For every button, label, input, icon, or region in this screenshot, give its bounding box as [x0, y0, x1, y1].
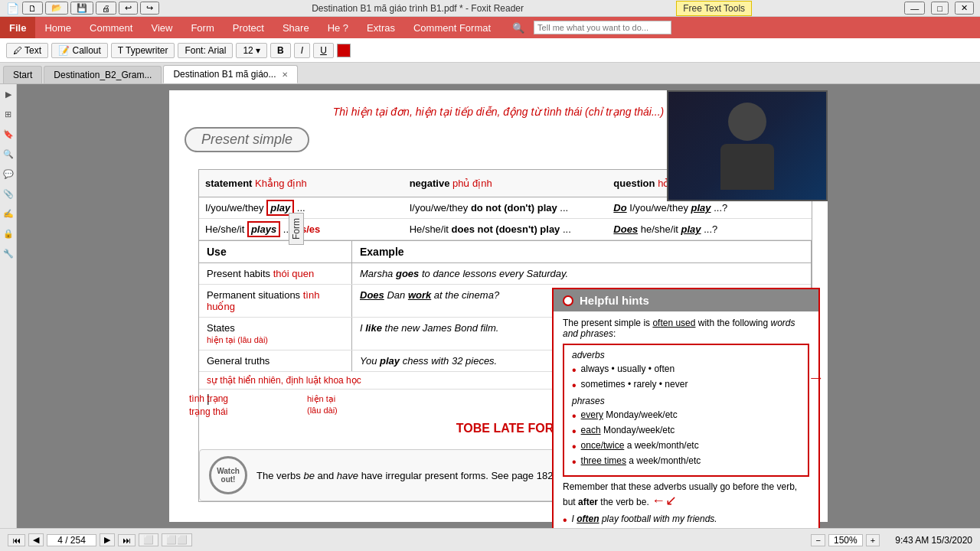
window-title: Destination B1 mã giáo trình B1.pdf * - … — [312, 3, 524, 14]
menu-extras[interactable]: Extras — [358, 17, 404, 38]
next-page-btn[interactable]: ▶ — [100, 533, 115, 546]
hints-remember: Remember that these adverbs usually go b… — [563, 481, 809, 509]
sidebar-tool-icon[interactable]: 🔧 — [2, 246, 15, 260]
states-annotation: hiện tại (lâu dài) — [207, 334, 344, 345]
left-sidebar: ▶ ⊞ 🔖 🔍 💬 📎 ✍ 🔒 🔧 — [0, 84, 17, 528]
use-cell-states: States hiện tại (lâu dài) — [199, 318, 352, 350]
pdf-area: Thì hiện tại đơn, hiện tại tiếp diễn, độ… — [17, 84, 980, 528]
ribbon-btn-3[interactable]: T Typewriter — [111, 43, 175, 58]
present-simple-box: Present simple — [185, 127, 309, 152]
zoom-input[interactable] — [828, 534, 863, 546]
page-number-input[interactable] — [47, 534, 96, 546]
states-viet-annotation: hiện tại(lâu dài) — [307, 393, 338, 417]
menu-home[interactable]: Home — [35, 17, 80, 38]
ribbon-btn-bold[interactable]: B — [270, 43, 291, 58]
phrase-item-1: • every Monday/week/etc — [572, 409, 800, 423]
header-statement: statement Khẳng định — [199, 174, 403, 192]
save-btn[interactable]: 💾 — [70, 2, 93, 15]
ribbon-btn-4[interactable]: Font: Arial — [178, 43, 233, 58]
ribbon-btn-5[interactable]: 12 ▾ — [236, 43, 267, 58]
menu-share[interactable]: Share — [273, 17, 318, 38]
close-btn[interactable]: ✕ — [955, 2, 974, 15]
phrase-item-4: • three times a week/month/etc — [572, 455, 800, 469]
use-cell-habits: Present habits thói quen — [199, 263, 352, 284]
menu-comment-format[interactable]: Comment Format — [404, 17, 500, 38]
tab-close-icon[interactable]: ✕ — [282, 70, 288, 79]
redo-btn[interactable]: ↪ — [140, 2, 159, 15]
app-icon: 📄 — [6, 2, 19, 15]
sidebar-sign-icon[interactable]: ✍ — [2, 207, 15, 220]
maximize-btn[interactable]: □ — [931, 2, 949, 15]
form-label: Form — [289, 213, 304, 245]
ribbon-btn-underline[interactable]: U — [313, 43, 334, 58]
example-cell-habits: Marsha goes to dance lessons every Satur… — [352, 263, 811, 284]
undo-btn[interactable]: ↩ — [119, 2, 138, 15]
minimize-btn[interactable]: — — [904, 2, 925, 15]
menu-file[interactable]: File — [0, 17, 35, 38]
ribbon-btn-2[interactable]: 📝 Callout — [51, 43, 108, 58]
watch-out-label: Watch out! — [209, 456, 247, 494]
ribbon-btn-italic[interactable]: I — [294, 43, 310, 58]
last-page-btn[interactable]: ⏭ — [118, 534, 136, 546]
pdf-page: Thì hiện tại đơn, hiện tại tiếp diễn, độ… — [169, 90, 828, 522]
helpful-hints-body: The present simple is often used with th… — [554, 311, 818, 528]
window-controls: — □ ✕ — [904, 2, 974, 15]
sidebar-nav-icon[interactable]: ▶ — [2, 87, 15, 101]
zoom-out-btn[interactable]: − — [811, 534, 825, 546]
phrase-item-2: • each Monday/week/etc — [572, 425, 800, 439]
open-btn[interactable]: 📂 — [45, 2, 68, 15]
question-row2: Does he/she/it play ...? — [607, 219, 812, 240]
title-bar: 📄 🗋 📂 💾 🖨 ↩ ↪ Destination B1 mã giáo trì… — [0, 0, 980, 17]
bottom-bar: ⏮ ◀ ▶ ⏭ ⬜ ⬜⬜ − + 9:43 AM 15/3/2020 — [0, 528, 980, 551]
time-display: 9:43 AM 15/3/2020 — [895, 535, 972, 546]
tab-start[interactable]: Start — [3, 66, 42, 83]
print-btn[interactable]: 🖨 — [96, 2, 116, 15]
negative-row1: I/you/we/they do not (don't) play ... — [403, 197, 608, 218]
adverbs-title: adverbs — [572, 350, 800, 360]
hints-adverbs-box: adverbs • always • usually • often • som… — [563, 344, 809, 477]
sidebar-thumb-icon[interactable]: ⊞ — [2, 107, 15, 121]
menu-protect[interactable]: Protect — [224, 17, 273, 38]
sidebar-attach-icon[interactable]: 📎 — [2, 187, 15, 201]
ribbon: 🖊 Text 📝 Callout T Typewriter Font: Aria… — [0, 38, 980, 63]
sidebar-bookmark-icon[interactable]: 🔖 — [2, 127, 15, 141]
example-item-1: • I often play football with my friends. — [563, 514, 809, 527]
sidebar-comment-icon[interactable]: 💬 — [2, 167, 15, 181]
ribbon-btn-1[interactable]: 🖊 Text — [6, 43, 48, 58]
double-page-btn[interactable]: ⬜⬜ — [162, 533, 192, 546]
menu-view[interactable]: View — [142, 17, 181, 38]
watch-out-text: The verbs be and have have irregular pre… — [256, 470, 556, 481]
helpful-hints-title: Helpful hints — [580, 294, 649, 307]
hints-intro: The present simple is often used with th… — [563, 318, 809, 339]
menu-help[interactable]: He ? — [318, 17, 358, 38]
new-btn[interactable]: 🗋 — [22, 2, 43, 15]
free-text-tools-tab[interactable]: Free Text Tools — [676, 1, 752, 16]
page-navigation: ⏮ ◀ ▶ ⏭ ⬜ ⬜⬜ — [8, 533, 192, 546]
adverb-item-2: • sometimes • rarely • never — [572, 379, 800, 393]
header-negative: negative phủ định — [403, 174, 608, 192]
use-cell-truths: General truths — [199, 350, 352, 371]
adverb-item-1: • always • usually • often — [572, 364, 800, 377]
zoom-in-btn[interactable]: + — [866, 534, 880, 546]
head-silhouette — [728, 103, 766, 141]
helpful-hints-header: Helpful hints — [554, 289, 818, 311]
zoom-controls: − + 9:43 AM 15/3/2020 — [811, 534, 972, 546]
tab-dest-b2[interactable]: Destination_B2_Gram... — [44, 66, 162, 83]
menu-form[interactable]: Form — [181, 17, 223, 38]
menu-comment[interactable]: Comment — [80, 17, 142, 38]
body-silhouette — [720, 144, 774, 190]
first-page-btn[interactable]: ⏮ — [8, 534, 25, 546]
ribbon-color — [337, 44, 351, 57]
webcam-overlay — [667, 90, 828, 201]
prev-page-btn[interactable]: ◀ — [28, 533, 44, 546]
left-annotation: tình trạng trạng thái — [189, 393, 228, 419]
use-row-habits: Present habits thói quen Marsha goes to … — [199, 263, 811, 285]
webcam-feed — [668, 92, 826, 200]
sidebar-lock-icon[interactable]: 🔒 — [2, 227, 15, 240]
person-figure — [720, 103, 774, 190]
phrases-title: phrases — [572, 396, 800, 406]
single-page-btn[interactable]: ⬜ — [139, 533, 158, 546]
tab-dest-b1[interactable]: Destination B1 mã giáo... ✕ — [163, 65, 297, 83]
search-input[interactable] — [534, 21, 671, 34]
sidebar-search-icon[interactable]: 🔍 — [2, 147, 15, 161]
